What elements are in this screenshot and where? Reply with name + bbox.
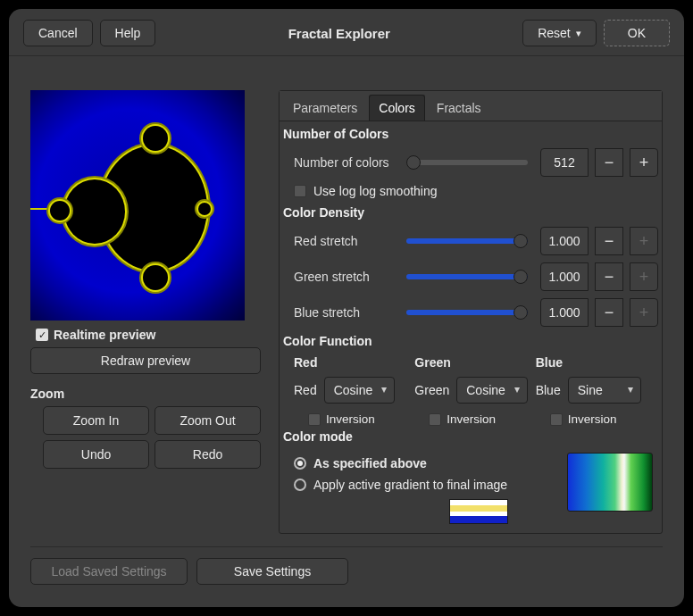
num-colors-input[interactable] — [540, 148, 589, 177]
func-blue-head: Blue — [536, 352, 655, 373]
left-column: ✓ Realtime preview Redraw preview Zoom Z… — [30, 90, 261, 469]
func-green-label: Green — [414, 383, 449, 397]
blue-stretch-plus[interactable]: + — [630, 298, 658, 327]
load-saved-settings-button[interactable]: Load Saved Settings — [30, 558, 188, 585]
redraw-preview-button[interactable]: Redraw preview — [30, 347, 261, 374]
dialog-title: Fractal Explorer — [163, 26, 515, 41]
func-section: Color Function — [283, 330, 658, 352]
chevron-down-icon: ▾ — [576, 28, 581, 39]
func-red-label: Red — [294, 383, 317, 397]
num-colors-label: Number of colors — [294, 155, 399, 170]
gradient-swatch-big[interactable] — [567, 453, 653, 512]
settings-panel: Parameters Colors Fractals Number of Col… — [279, 90, 663, 534]
green-stretch-minus[interactable]: − — [595, 262, 623, 291]
mode-section: Color mode — [283, 426, 658, 447]
zoom-in-button[interactable]: Zoom In — [43, 406, 149, 435]
func-red-select[interactable]: Cosine — [324, 377, 396, 404]
green-stretch-slider[interactable] — [406, 274, 528, 279]
undo-button[interactable]: Undo — [43, 440, 149, 469]
redo-button[interactable]: Redo — [154, 440, 261, 469]
num-colors-slider[interactable] — [406, 160, 528, 165]
save-settings-button[interactable]: Save Settings — [196, 558, 348, 585]
loglog-checkbox[interactable] — [294, 185, 306, 197]
zoom-out-button[interactable]: Zoom Out — [154, 406, 261, 435]
reset-label: Reset — [538, 26, 571, 40]
num-colors-plus[interactable]: + — [630, 148, 658, 177]
func-blue-select[interactable]: Sine — [568, 377, 641, 404]
num-colors-section: Number of Colors — [283, 123, 658, 145]
red-stretch-label: Red stretch — [294, 234, 399, 248]
green-stretch-plus[interactable]: + — [630, 262, 658, 291]
red-inversion-label: Inversion — [326, 412, 375, 426]
mode-apply-gradient-radio[interactable] — [294, 479, 306, 491]
tab-parameters[interactable]: Parameters — [283, 95, 367, 121]
blue-stretch-input[interactable] — [540, 298, 589, 327]
fractal-preview — [30, 90, 245, 320]
green-stretch-input[interactable] — [540, 262, 589, 291]
green-inversion-label: Inversion — [447, 412, 496, 426]
red-inversion-checkbox[interactable] — [308, 413, 321, 426]
zoom-section-label: Zoom — [30, 387, 261, 401]
green-inversion-checkbox[interactable] — [429, 413, 441, 426]
tab-colors[interactable]: Colors — [369, 95, 424, 121]
func-red-head: Red — [294, 352, 413, 373]
func-blue-label: Blue — [536, 383, 561, 397]
mode-as-specified-radio[interactable] — [294, 457, 306, 470]
ok-button[interactable]: OK — [604, 20, 670, 46]
blue-stretch-label: Blue stretch — [294, 305, 399, 320]
tab-fractals[interactable]: Fractals — [427, 95, 491, 121]
help-button[interactable]: Help — [100, 20, 156, 46]
dialog-window: Cancel Help Fractal Explorer Reset ▾ OK — [9, 9, 684, 607]
gradient-swatch-small[interactable] — [449, 499, 508, 524]
density-section: Color Density — [283, 202, 658, 223]
red-stretch-input[interactable] — [540, 227, 589, 255]
func-green-head: Green — [414, 352, 533, 373]
realtime-label: Realtime preview — [54, 328, 155, 342]
footer: Load Saved Settings Save Settings — [30, 546, 663, 585]
func-green-select[interactable]: Cosine — [456, 377, 528, 404]
reset-button[interactable]: Reset ▾ — [522, 20, 597, 46]
realtime-checkbox[interactable]: ✓ — [36, 329, 48, 341]
cancel-button[interactable]: Cancel — [23, 20, 93, 46]
num-colors-minus[interactable]: − — [595, 148, 623, 177]
titlebar: Cancel Help Fractal Explorer Reset ▾ OK — [9, 9, 684, 56]
dialog-body: ✓ Realtime preview Redraw preview Zoom Z… — [9, 56, 684, 607]
red-stretch-slider[interactable] — [406, 238, 528, 244]
blue-stretch-slider[interactable] — [406, 310, 528, 315]
loglog-label: Use log log smoothing — [313, 184, 438, 198]
tabs: Parameters Colors Fractals — [280, 91, 662, 121]
mode-apply-gradient-label: Apply active gradient to final image — [313, 478, 507, 492]
blue-inversion-checkbox[interactable] — [550, 413, 563, 426]
green-stretch-label: Green stretch — [294, 270, 399, 284]
red-stretch-minus[interactable]: − — [595, 227, 623, 255]
blue-inversion-label: Inversion — [568, 412, 617, 426]
mode-as-specified-label: As specified above — [313, 456, 427, 470]
red-stretch-plus[interactable]: + — [630, 227, 658, 255]
blue-stretch-minus[interactable]: − — [595, 298, 623, 327]
